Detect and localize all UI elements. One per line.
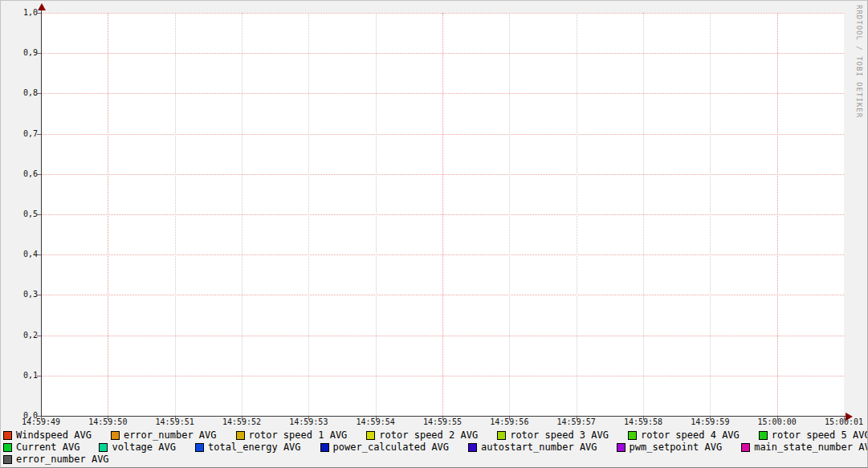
legend-item: rotor speed 5 AVG: [759, 430, 868, 441]
y-axis-tick-label: 0,6: [9, 170, 38, 178]
y-axis-tick-label: 0,1: [9, 372, 38, 380]
legend-item: error_number AVG: [3, 454, 109, 465]
legend-item-label: rotor speed 1 AVG: [249, 430, 348, 441]
legend-item: pwm_setpoint AVG: [617, 442, 723, 453]
legend-color-swatch-icon: [366, 431, 375, 440]
y-axis-tick-label: 0,4: [9, 250, 38, 258]
x-axis-tick-label: 14:59:50: [82, 417, 133, 426]
rrdtool-graph: 1,00,90,80,70,60,50,40,30,20,10,0 14:59:…: [0, 0, 868, 468]
legend-item-label: rotor speed 2 AVG: [379, 430, 478, 441]
x-axis-tick-label: 14:59:58: [617, 417, 669, 426]
x-axis-tick-label: 14:59:57: [551, 417, 602, 426]
legend-color-swatch-icon: [759, 431, 768, 440]
legend-item-label: error_number AVG: [124, 430, 217, 441]
legend-item-label: rotor speed 5 AVG: [772, 430, 868, 441]
grid-line-vertical: [308, 13, 309, 416]
legend-item: Current AVG: [3, 442, 79, 453]
legend-color-swatch-icon: [741, 443, 750, 452]
y-axis-tick-label: 0,5: [9, 210, 38, 218]
y-axis-arrow-icon: [38, 3, 46, 10]
y-axis-tick-label: 0,9: [9, 49, 38, 57]
grid-line-vertical: [108, 13, 108, 416]
grid-line-vertical: [376, 13, 377, 416]
legend-item-label: autostart_number AVG: [481, 442, 597, 453]
legend-item-label: Windspeed AVG: [16, 430, 92, 441]
legend: Windspeed AVGerror_number AVGrotor speed…: [3, 429, 868, 466]
legend-item: voltage AVG: [99, 442, 175, 453]
grid-line-vertical: [777, 13, 778, 416]
x-axis-tick-label: 14:59:53: [283, 417, 334, 426]
x-axis-tick-label: 14:59:49: [15, 417, 67, 426]
legend-item-label: rotor speed 3 AVG: [510, 430, 609, 441]
legend-color-swatch-icon: [111, 431, 120, 440]
legend-row: Current AVGvoltage AVGtotal_energy AVGpo…: [3, 442, 868, 454]
x-axis-tick-label: 14:59:51: [149, 417, 201, 426]
x-axis-tick-label: 14:59:55: [417, 417, 468, 426]
x-axis-tick-label: 14:59:56: [483, 417, 535, 426]
legend-color-swatch-icon: [99, 443, 108, 452]
legend-item: rotor speed 1 AVG: [236, 430, 348, 441]
y-axis-tick-label: 0,7: [9, 130, 38, 138]
grid-line-vertical: [710, 13, 711, 416]
legend-item: rotor speed 3 AVG: [497, 430, 609, 441]
legend-row: Windspeed AVGerror_number AVGrotor speed…: [3, 429, 868, 442]
legend-item: rotor speed 2 AVG: [366, 430, 478, 441]
legend-item: power_calculated AVG: [320, 442, 450, 453]
legend-item: autostart_number AVG: [468, 442, 597, 453]
legend-item-label: main_state_number AVG: [754, 442, 868, 453]
grid-line-vertical: [442, 13, 443, 416]
legend-color-swatch-icon: [320, 443, 329, 452]
y-axis-tick-label: 0,8: [9, 89, 38, 97]
legend-color-swatch-icon: [617, 443, 626, 452]
x-axis-line: [41, 416, 846, 417]
x-axis-tick-label: 15:00:00: [752, 417, 803, 426]
x-axis-tick-label: 15:00:01: [818, 417, 868, 426]
grid-line-vertical: [577, 13, 577, 416]
x-axis-tick-label: 14:59:52: [216, 417, 267, 426]
legend-color-swatch-icon: [3, 431, 12, 440]
legend-item-label: power_calculated AVG: [333, 442, 450, 453]
legend-color-swatch-icon: [497, 431, 506, 440]
legend-row: error_number AVG: [3, 454, 868, 466]
legend-item-label: error_number AVG: [16, 454, 109, 465]
legend-item-label: Current AVG: [16, 442, 79, 453]
legend-item: error_number AVG: [111, 430, 217, 441]
y-axis-tick-label: 1,0: [9, 9, 38, 17]
legend-color-swatch-icon: [236, 431, 245, 440]
x-axis-tick-label: 14:59:54: [350, 417, 401, 426]
y-axis-tick-label: 0,2: [9, 332, 38, 340]
y-axis-line: [41, 8, 42, 417]
legend-item: main_state_number AVG: [741, 442, 868, 453]
grid-line-vertical: [242, 13, 242, 416]
legend-item-label: voltage AVG: [112, 442, 175, 453]
y-axis-tick-label: 0,3: [9, 291, 38, 299]
legend-item-label: total_energy AVG: [208, 442, 301, 453]
legend-color-swatch-icon: [468, 443, 477, 452]
legend-item-label: rotor speed 4 AVG: [641, 430, 740, 441]
watermark: RRDTOOL / TOBI OETIKER: [855, 5, 863, 118]
legend-item: total_energy AVG: [195, 442, 301, 453]
grid-line-vertical: [175, 13, 176, 416]
x-axis-tick-label: 14:59:59: [684, 417, 736, 426]
grid-line-vertical: [509, 13, 510, 416]
legend-item: rotor speed 4 AVG: [628, 430, 740, 441]
legend-color-swatch-icon: [628, 431, 637, 440]
grid-line-vertical: [643, 13, 644, 416]
legend-item: Windspeed AVG: [3, 430, 92, 441]
legend-color-swatch-icon: [3, 455, 12, 464]
legend-color-swatch-icon: [3, 443, 12, 452]
legend-item-label: pwm_setpoint AVG: [630, 442, 723, 453]
legend-color-swatch-icon: [195, 443, 204, 452]
